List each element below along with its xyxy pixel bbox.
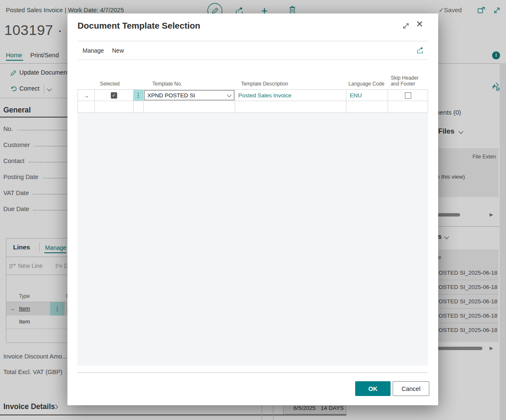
header-skip-header-footer[interactable]: Skip Header and Footer (387, 72, 428, 89)
app-window: Posted Sales Invoice | Work Date: 4/7/20… (0, 0, 506, 420)
header-template-no[interactable]: Template No. (149, 72, 238, 89)
row-options-ellipsis[interactable]: ⋮ (134, 89, 144, 101)
header-options (136, 72, 149, 89)
grid-header-row: Selected Template No. Template Descripti… (78, 72, 428, 89)
grid-empty-area (78, 113, 428, 366)
template-no-dropdown-chevron-icon[interactable] (227, 92, 231, 97)
dialog-menu-manage[interactable]: Manage (83, 47, 104, 54)
dialog-close-icon[interactable]: × (416, 19, 423, 29)
ok-button[interactable]: OK (355, 381, 391, 396)
dialog-toolbar-divider-top (78, 41, 428, 41)
language-code-link[interactable]: ENU (346, 89, 388, 101)
checkbox-checked-icon[interactable]: ✓ (111, 92, 117, 99)
empty-cell (95, 101, 134, 113)
dialog-toolbar-divider-bottom (78, 59, 428, 60)
dialog-footer-divider (78, 372, 428, 373)
template-no-cell[interactable]: XPND POSTED SI (144, 89, 235, 101)
dialog-share-icon[interactable] (416, 46, 425, 54)
empty-cell (144, 101, 235, 113)
template-no-value[interactable]: XPND POSTED SI (147, 92, 195, 99)
selected-checkbox-cell[interactable]: ✓ (95, 89, 134, 101)
empty-cell (134, 101, 144, 113)
checkbox-unchecked[interactable] (405, 92, 411, 99)
grid-data-row-1: → ✓ ⋮ XPND POSTED SI Posted Sales Invoic… (78, 89, 428, 101)
empty-cell (78, 101, 95, 113)
dialog-menu-new[interactable]: New (112, 47, 124, 54)
document-template-selection-dialog: Document Template Selection × Manage New… (67, 13, 438, 405)
header-row-indicator (78, 72, 96, 89)
grid-data-row-2[interactable] (78, 101, 428, 113)
header-template-description[interactable]: Template Description (238, 72, 345, 89)
header-language-code[interactable]: Language Code (345, 72, 387, 89)
dialog-expand-icon[interactable] (402, 22, 410, 30)
active-row-arrow-icon: → (78, 89, 95, 101)
empty-cell (346, 101, 388, 113)
header-selected[interactable]: Selected (96, 72, 136, 89)
cancel-button[interactable]: Cancel (393, 381, 429, 396)
empty-cell (235, 101, 347, 113)
template-description-link[interactable]: Posted Sales Invoice (235, 89, 347, 101)
empty-cell (388, 101, 428, 113)
dialog-title: Document Template Selection (78, 21, 200, 31)
skip-header-footer-cell[interactable] (388, 89, 428, 101)
template-grid: Selected Template No. Template Descripti… (78, 72, 428, 113)
